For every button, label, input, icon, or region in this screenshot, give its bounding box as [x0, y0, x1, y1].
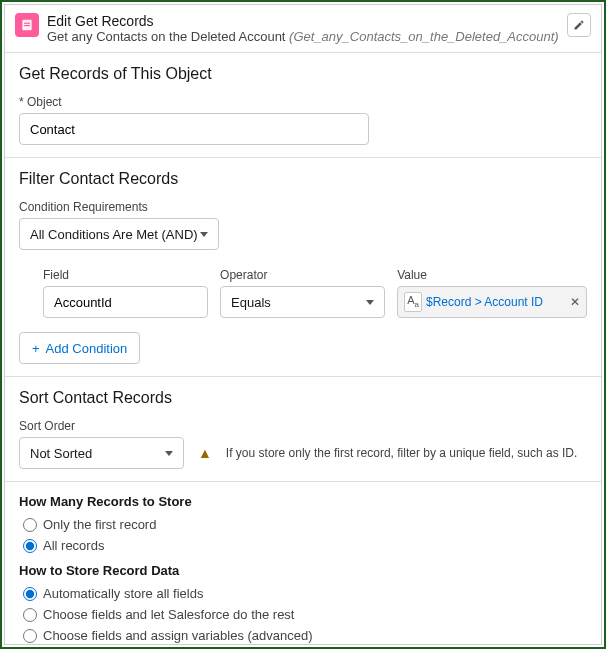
radio-choose-fields-label: Choose fields and let Salesforce do the … — [43, 607, 294, 622]
edit-get-records-panel: Edit Get Records Get any Contacts on the… — [0, 0, 606, 649]
sort-row: Not Sorted ▲ If you store only the first… — [19, 437, 587, 469]
sort-info-text: If you store only the first record, filt… — [226, 446, 578, 460]
filter-operator-label: Operator — [220, 268, 385, 282]
how-store-heading: How to Store Record Data — [19, 563, 587, 578]
header-subtitle: Get any Contacts on the Deleted Account … — [47, 29, 559, 44]
get-records-icon — [15, 13, 39, 37]
header-api-name: (Get_any_Contacts_on_the_Deleted_Account… — [289, 29, 559, 44]
condition-requirements-label: Condition Requirements — [19, 200, 587, 214]
how-store-group: Automatically store all fields Choose fi… — [19, 586, 587, 643]
filter-field-label: Field — [43, 268, 208, 282]
filter-value-col: Value Aa $Record > Account ID ✕ — [397, 268, 587, 318]
warning-icon: ▲ — [198, 445, 212, 461]
add-condition-button[interactable]: + Add Condition — [19, 332, 140, 364]
filter-row: Field Operator Equals Value Aa $Record >… — [43, 268, 587, 318]
filter-value-pill[interactable]: Aa $Record > Account ID ✕ — [397, 286, 587, 318]
section-filter-title: Filter Contact Records — [19, 170, 587, 188]
radio-all-records-input[interactable] — [23, 539, 37, 553]
radio-choose-assign-label: Choose fields and assign variables (adva… — [43, 628, 313, 643]
header-title: Edit Get Records — [47, 13, 559, 29]
panel-header: Edit Get Records Get any Contacts on the… — [5, 5, 601, 53]
subtitle-plain: Get any Contacts on the Deleted Account — [47, 29, 285, 44]
section-store: How Many Records to Store Only the first… — [5, 481, 601, 645]
condition-requirements-value: All Conditions Are Met (AND) — [30, 227, 198, 242]
sort-order-label: Sort Order — [19, 419, 587, 433]
svg-rect-2 — [24, 25, 30, 26]
radio-all-records[interactable]: All records — [23, 538, 587, 553]
section-sort-title: Sort Contact Records — [19, 389, 587, 407]
radio-choose-assign[interactable]: Choose fields and assign variables (adva… — [23, 628, 587, 643]
object-input[interactable] — [19, 113, 369, 145]
sort-order-select[interactable]: Not Sorted — [19, 437, 184, 469]
svg-rect-1 — [24, 23, 30, 24]
radio-auto-store-input[interactable] — [23, 587, 37, 601]
filter-operator-col: Operator Equals — [220, 268, 385, 318]
filter-operator-select[interactable]: Equals — [220, 286, 385, 318]
panel-inner: Edit Get Records Get any Contacts on the… — [4, 4, 602, 645]
radio-auto-store-label: Automatically store all fields — [43, 586, 203, 601]
sort-order-value: Not Sorted — [30, 446, 92, 461]
edit-label-button[interactable] — [567, 13, 591, 37]
radio-only-first[interactable]: Only the first record — [23, 517, 587, 532]
filter-operator-value: Equals — [231, 295, 271, 310]
add-condition-label: Add Condition — [46, 341, 128, 356]
plus-icon: + — [32, 341, 40, 356]
object-field-label: Object — [19, 95, 587, 109]
section-sort: Sort Contact Records Sort Order Not Sort… — [5, 376, 601, 481]
section-object-title: Get Records of This Object — [19, 65, 587, 83]
filter-value-text: $Record > Account ID — [426, 295, 566, 309]
radio-choose-fields-input[interactable] — [23, 608, 37, 622]
chevron-down-icon — [366, 300, 374, 305]
section-filter: Filter Contact Records Condition Require… — [5, 157, 601, 376]
clear-value-icon[interactable]: ✕ — [570, 295, 580, 309]
radio-choose-assign-input[interactable] — [23, 629, 37, 643]
filter-field-input[interactable] — [43, 286, 208, 318]
filter-value-label: Value — [397, 268, 587, 282]
section-object: Get Records of This Object Object — [5, 53, 601, 157]
chevron-down-icon — [200, 232, 208, 237]
radio-only-first-input[interactable] — [23, 518, 37, 532]
filter-field-col: Field — [43, 268, 208, 318]
text-type-icon: Aa — [404, 292, 422, 311]
how-many-heading: How Many Records to Store — [19, 494, 587, 509]
radio-all-records-label: All records — [43, 538, 104, 553]
header-text: Edit Get Records Get any Contacts on the… — [47, 13, 559, 44]
chevron-down-icon — [165, 451, 173, 456]
condition-requirements-select[interactable]: All Conditions Are Met (AND) — [19, 218, 219, 250]
radio-only-first-label: Only the first record — [43, 517, 156, 532]
radio-auto-store[interactable]: Automatically store all fields — [23, 586, 587, 601]
how-many-group: Only the first record All records — [19, 517, 587, 553]
radio-choose-fields[interactable]: Choose fields and let Salesforce do the … — [23, 607, 587, 622]
